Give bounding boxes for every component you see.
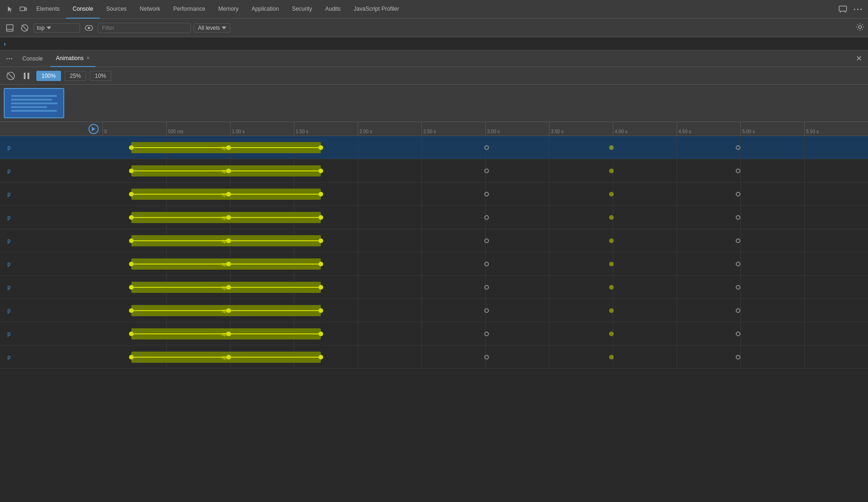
anim-row[interactable]: pspin xyxy=(0,346,868,369)
anim-row[interactable]: pspin xyxy=(0,183,868,206)
svg-rect-0 xyxy=(20,7,25,11)
row-track: spin xyxy=(102,183,868,205)
speed-25-btn[interactable]: 25% xyxy=(65,71,86,81)
preview-thumbnail[interactable] xyxy=(4,88,64,118)
eye-icon[interactable] xyxy=(83,22,95,34)
keyframe-dot xyxy=(736,145,740,150)
context-selector[interactable]: top xyxy=(34,23,80,33)
tab-audits[interactable]: Audits xyxy=(319,0,347,19)
close-animations-tab[interactable]: ✕ xyxy=(86,55,90,61)
ruler-mark: 1.00 s xyxy=(230,122,244,136)
keyframe-dot xyxy=(484,332,489,336)
tab-js-profiler[interactable]: JavaScript Profiler xyxy=(347,0,406,19)
row-label: p xyxy=(0,144,102,151)
keyframe-dot xyxy=(736,355,740,360)
tab-sources[interactable]: Sources xyxy=(100,0,133,19)
no-entry-anim-btn[interactable] xyxy=(5,70,17,82)
filter-input[interactable] xyxy=(98,23,191,33)
context-value: top xyxy=(37,25,45,31)
tab-elements[interactable]: Elements xyxy=(30,0,66,19)
device-icon[interactable] xyxy=(17,3,30,16)
drawer-tab-animations-label: Animations xyxy=(56,55,83,61)
keyframe-dot xyxy=(484,285,489,290)
drawer-tab-console[interactable]: Console xyxy=(17,50,48,67)
preview-line xyxy=(11,99,52,101)
keyframe-dot xyxy=(226,308,231,313)
tab-memory[interactable]: Memory xyxy=(212,0,245,19)
more-options-icon[interactable] xyxy=(851,3,864,16)
keyframe-dot xyxy=(319,285,323,290)
anim-row[interactable]: pspin xyxy=(0,229,868,252)
keyframe-dot xyxy=(609,332,614,336)
ruler-mark: 2.00 s xyxy=(358,122,372,136)
svg-rect-1 xyxy=(25,8,27,10)
anim-row[interactable]: pspin xyxy=(0,206,868,229)
anim-row[interactable]: pspin xyxy=(0,136,868,159)
animation-controls: 100% 25% 10% xyxy=(0,67,868,85)
drawer-more-btn[interactable] xyxy=(4,53,15,64)
drawer-toggle-btn[interactable] xyxy=(4,22,16,34)
play-button[interactable] xyxy=(88,124,99,134)
preview-line xyxy=(11,110,57,112)
keyframe-dot xyxy=(129,145,134,150)
ruler-track: 0500 ms1.00 s1.50 s2.00 s2.50 s3.00 s3.5… xyxy=(102,122,868,136)
ruler-mark: 2.50 s xyxy=(421,122,436,136)
svg-rect-18 xyxy=(24,73,26,79)
keyframe-dot xyxy=(129,355,134,360)
anim-row[interactable]: pspin xyxy=(0,322,868,346)
tab-network[interactable]: Network xyxy=(133,0,167,19)
keyframe-dot xyxy=(484,238,489,243)
tab-security[interactable]: Security xyxy=(285,0,319,19)
timeline-ruler: 0500 ms1.00 s1.50 s2.00 s2.50 s3.00 s3.5… xyxy=(0,122,868,136)
keyframe-dot xyxy=(226,169,231,173)
row-track: spin xyxy=(102,206,868,229)
devtools-tab-bar: Elements Console Sources Network Perform… xyxy=(0,0,868,19)
keyframe-dot xyxy=(609,238,614,243)
levels-label: All levels xyxy=(198,25,220,31)
svg-rect-6 xyxy=(7,25,13,31)
svg-point-3 xyxy=(854,8,855,10)
preview-lines xyxy=(5,89,63,117)
svg-point-15 xyxy=(11,58,13,59)
speed-100-btn[interactable]: 100% xyxy=(36,71,61,81)
anim-row[interactable]: pspin xyxy=(0,159,868,183)
keyframe-dot xyxy=(319,332,323,336)
console-toolbar: top All levels xyxy=(0,19,868,37)
svg-point-14 xyxy=(9,58,10,59)
keyframe-dot xyxy=(736,192,740,197)
anim-row[interactable]: pspin xyxy=(0,252,868,276)
tab-console[interactable]: Console xyxy=(66,0,100,19)
keyframe-dot xyxy=(609,145,614,150)
tab-application[interactable]: Application xyxy=(245,0,285,19)
keyframe-dot xyxy=(609,169,614,173)
svg-line-9 xyxy=(22,25,27,31)
ruler-mark: 5.00 s xyxy=(740,122,755,136)
row-label: p xyxy=(0,331,102,337)
preview-line xyxy=(11,106,47,108)
feedback-icon[interactable] xyxy=(836,3,849,16)
anim-row[interactable]: pspin xyxy=(0,299,868,322)
keyframe-dot xyxy=(226,332,231,336)
prompt-arrow: › xyxy=(4,40,6,47)
svg-point-13 xyxy=(7,58,8,59)
keyframe-dot xyxy=(736,238,740,243)
drawer-tab-animations[interactable]: Animations ✕ xyxy=(50,50,95,67)
cursor-icon[interactable] xyxy=(4,3,17,16)
svg-point-11 xyxy=(88,27,90,29)
speed-10-btn[interactable]: 10% xyxy=(90,71,111,81)
settings-icon[interactable] xyxy=(856,23,864,33)
devtools-window: Elements Console Sources Network Perform… xyxy=(0,0,868,502)
tab-performance[interactable]: Performance xyxy=(167,0,212,19)
animation-preview xyxy=(0,85,868,122)
row-label: p xyxy=(0,284,102,291)
keyframe-dot xyxy=(226,192,231,197)
keyframe-dot xyxy=(226,262,231,266)
pause-btn[interactable] xyxy=(20,70,33,82)
close-drawer-btn[interactable]: ✕ xyxy=(853,53,864,64)
anim-row[interactable]: pspin xyxy=(0,276,868,299)
ruler-mark: 1.50 s xyxy=(294,122,308,136)
keyframe-dot xyxy=(609,355,614,360)
levels-select[interactable]: All levels xyxy=(194,23,231,33)
no-entry-icon[interactable] xyxy=(19,22,31,34)
keyframe-dot xyxy=(484,308,489,313)
